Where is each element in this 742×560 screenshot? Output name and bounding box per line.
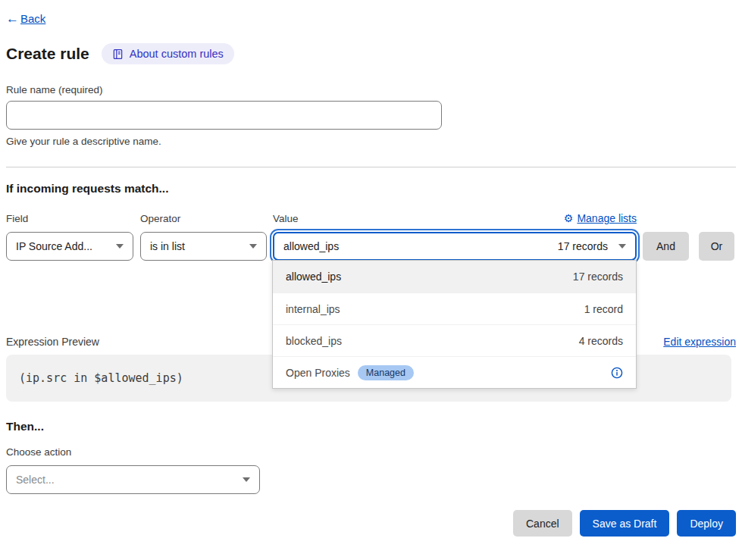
create-rule-page: ← Back Create rule About custom rules Ru…	[0, 0, 742, 537]
back-arrow-icon: ←	[6, 12, 19, 25]
action-select[interactable]: Select...	[6, 465, 260, 494]
expression-code-text: (ip.src in $allowed_ips)	[19, 371, 183, 385]
value-column: Value ⚙ Manage lists allowed_ips 17 reco…	[273, 212, 637, 261]
managed-badge: Managed	[358, 365, 414, 380]
list-item-name: blocked_ips	[286, 335, 342, 347]
value-select-meta: 17 records	[558, 240, 608, 252]
operator-label: Operator	[140, 213, 180, 224]
section-divider	[6, 167, 736, 167]
chevron-down-icon	[116, 244, 124, 249]
expression-preview-label: Expression Preview	[6, 336, 99, 348]
list-item-meta: 4 records	[579, 335, 623, 347]
list-item-meta: 17 records	[573, 271, 623, 283]
cancel-button[interactable]: Cancel	[513, 510, 572, 537]
chevron-down-icon	[618, 244, 626, 249]
manage-lists-link[interactable]: ⚙ Manage lists	[564, 212, 637, 224]
back-link[interactable]: ← Back	[6, 12, 45, 25]
operator-column: Operator is in list	[140, 213, 267, 261]
chevron-down-icon	[249, 244, 257, 249]
value-label: Value	[273, 213, 299, 224]
title-row: Create rule About custom rules	[6, 43, 736, 64]
or-button[interactable]: Or	[699, 232, 734, 261]
dropdown-item-blocked-ips[interactable]: blocked_ips 4 records	[273, 324, 636, 356]
list-item-meta: 1 record	[584, 303, 623, 315]
list-item-name: allowed_ips	[286, 271, 341, 283]
action-select-placeholder: Select...	[16, 474, 55, 486]
then-section-heading: Then...	[6, 420, 736, 433]
operator-select[interactable]: is in list	[140, 232, 267, 261]
book-icon	[112, 48, 124, 60]
save-as-draft-button[interactable]: Save as Draft	[580, 510, 670, 537]
and-button[interactable]: And	[643, 232, 689, 261]
rule-name-input[interactable]	[6, 101, 442, 130]
field-select-value: IP Source Add...	[16, 240, 92, 252]
about-custom-rules-link[interactable]: About custom rules	[102, 43, 234, 64]
dropdown-item-internal-ips[interactable]: internal_ips 1 record	[273, 293, 636, 324]
rule-name-label: Rule name (required)	[6, 84, 736, 95]
footer-actions: Cancel Save as Draft Deploy	[6, 510, 736, 537]
field-column: Field IP Source Add...	[6, 213, 133, 261]
field-select[interactable]: IP Source Add...	[6, 232, 133, 261]
list-item-name: internal_ips	[286, 303, 340, 315]
manage-lists-label: Manage lists	[577, 212, 637, 224]
value-select-value: allowed_ips	[283, 240, 339, 252]
about-custom-rules-label: About custom rules	[130, 48, 224, 60]
dropdown-item-open-proxies[interactable]: Open Proxies Managed	[273, 356, 636, 388]
value-select[interactable]: allowed_ips 17 records	[273, 232, 637, 261]
condition-row: Field IP Source Add... Operator is in li…	[6, 212, 736, 261]
info-icon[interactable]	[611, 367, 623, 379]
gear-icon: ⚙	[564, 212, 574, 224]
page-title: Create rule	[6, 45, 89, 63]
field-label: Field	[6, 213, 28, 224]
edit-expression-link[interactable]: Edit expression	[663, 336, 736, 348]
back-link-label: Back	[20, 12, 45, 25]
list-item-name: Open Proxies	[286, 367, 350, 379]
match-section-heading: If incoming requests match...	[6, 182, 736, 196]
rule-name-helper: Give your rule a descriptive name.	[6, 136, 736, 147]
operator-select-value: is in list	[150, 240, 185, 252]
deploy-button[interactable]: Deploy	[677, 510, 736, 537]
value-dropdown-panel: allowed_ips 17 records internal_ips 1 re…	[272, 260, 637, 389]
chevron-down-icon	[243, 477, 250, 482]
choose-action-label: Choose action	[6, 446, 736, 458]
dropdown-item-allowed-ips[interactable]: allowed_ips 17 records	[273, 261, 636, 293]
